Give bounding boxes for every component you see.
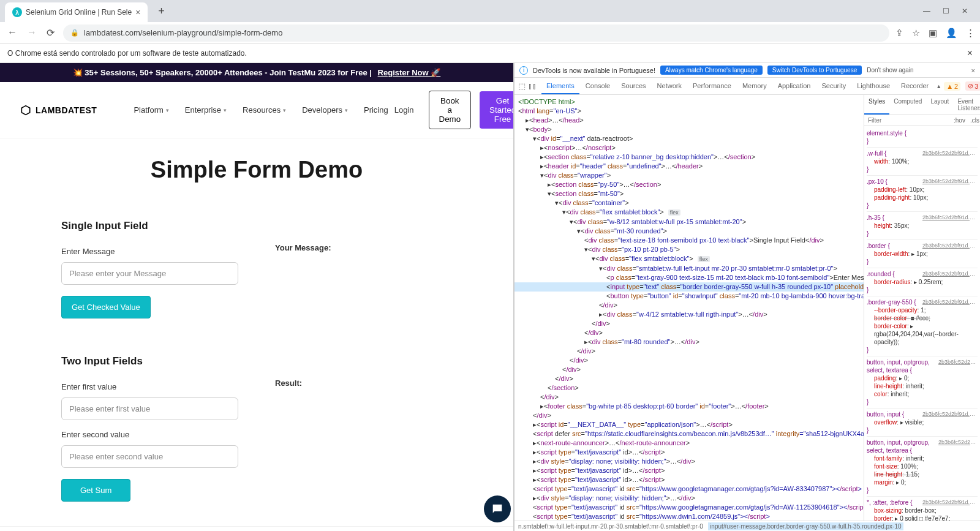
css-rule[interactable]: .border {2b3b6fc52d2bf91d.css:1border-wi… (867, 240, 978, 268)
devtools-tab-console[interactable]: Console (581, 78, 615, 94)
dom-line[interactable]: ▸<script type="text/javascript" id>…</sc… (514, 475, 864, 484)
warnings-badge[interactable]: ▲2 (944, 82, 960, 91)
bookmark-icon[interactable]: ☆ (912, 28, 920, 39)
dom-line[interactable]: </div> (514, 356, 864, 365)
new-tab-button[interactable]: + (153, 2, 170, 20)
dom-line[interactable]: ▸<head>…</head> (514, 116, 864, 125)
browser-tab[interactable]: λ Selenium Grid Online | Run Sele × (5, 2, 148, 22)
dom-line[interactable]: ▾<div class="mt-30 rounded"> (514, 227, 864, 236)
devtools-tab-recorder[interactable]: Recorder (896, 78, 933, 94)
dom-line[interactable]: </div> (514, 393, 864, 402)
devtools-tab-elements[interactable]: Elements (541, 78, 579, 94)
dom-line[interactable]: <input type="text" class="border border-… (514, 282, 864, 292)
dom-line[interactable]: ▸<script id="__NEXT_DATA__" type="applic… (514, 420, 864, 429)
dom-line[interactable]: ▾<body> (514, 125, 864, 134)
devtools-tab-sources[interactable]: Sources (616, 78, 650, 94)
dom-line[interactable]: ▾<div class="flex smtablet:block"> flex (514, 254, 864, 264)
elements-panel[interactable]: <!DOCTYPE html><html lang="en-US">▸<head… (514, 95, 864, 521)
css-rule[interactable]: .border-gray-550 {2b3b6fc52d2bf91d.css:1… (867, 296, 978, 356)
dom-line[interactable]: ▾<div class="flex smtablet:block"> flex (514, 208, 864, 217)
chat-fab[interactable] (484, 495, 511, 522)
css-rule[interactable]: .w-full {2b3b6fc52d2bf91d.css:1width: 10… (867, 148, 978, 176)
styles-tab-layout[interactable]: Layout (926, 95, 953, 115)
nav-pricing[interactable]: Pricing (364, 105, 388, 115)
dom-line[interactable]: ▾<div class="container"> (514, 198, 864, 208)
dom-line[interactable]: ▸<next-route-announcer>…</next-route-ann… (514, 439, 864, 448)
dom-line[interactable]: <p class="text-gray-900 text-size-15 mt-… (514, 273, 864, 282)
css-rule[interactable]: element.style {} (867, 127, 978, 148)
dom-line[interactable]: <div class="text-size-18 font-semibold p… (514, 236, 864, 245)
menu-icon[interactable]: ⋮ (966, 28, 975, 39)
dom-line[interactable]: ▾<div class="wrapper"> (514, 171, 864, 180)
share-icon[interactable]: ⇪ (895, 28, 903, 39)
css-rule[interactable]: *, :after, :before {2b3b6fc52d2bf91d.css… (867, 497, 978, 521)
dom-line[interactable]: ▸<div class="mt-80 rounded">…</div> (514, 337, 864, 347)
close-window-icon[interactable]: ✕ (962, 7, 968, 15)
dom-line[interactable]: ▸<section class="relative z-10 banner_bg… (514, 153, 864, 162)
url-field[interactable]: 🔒 lambdatest.com/selenium-playground/sim… (63, 24, 889, 42)
dom-line[interactable]: <script type="text/javascript" id src="h… (514, 484, 864, 494)
nav-platform[interactable]: Platform ▾ (134, 105, 168, 115)
dom-line[interactable]: ▸<div class="w-4/12 smtablet:w-full rigt… (514, 310, 864, 319)
dom-line[interactable]: ▸<header id="header" class="undefined">…… (514, 162, 864, 171)
devtools-tab-security[interactable]: Security (816, 78, 851, 94)
dom-line[interactable]: ▾<section class="mt-50"> (514, 189, 864, 198)
devtools-infobar-close-icon[interactable]: × (971, 67, 975, 74)
dom-line[interactable]: </div> (514, 374, 864, 383)
styles-tab-computed[interactable]: Computed (889, 95, 926, 115)
dom-line[interactable]: ▾<div id="__next" data-reactroot> (514, 134, 864, 143)
dom-line[interactable]: </div> (514, 347, 864, 356)
message-input[interactable] (61, 262, 238, 285)
nav-developers[interactable]: Developers ▾ (302, 105, 348, 115)
devtools-tab-performance[interactable]: Performance (688, 78, 736, 94)
dom-line[interactable]: <script type="text/javascript" id src="h… (514, 503, 864, 512)
dom-line[interactable]: <html lang="en-US"> (514, 107, 864, 116)
dom-line[interactable]: <!DOCTYPE html> (514, 97, 864, 107)
css-rule[interactable]: .h-35 {2b3b6fc52d2bf91d.css:1height: 35p… (867, 212, 978, 240)
devtools-tab-memory[interactable]: Memory (737, 78, 772, 94)
promo-banner[interactable]: 💥 35+ Sessions, 50+ Speakers, 20000+ Att… (0, 63, 513, 82)
styles-body[interactable]: element.style {}.w-full {2b3b6fc52d2bf91… (864, 126, 980, 521)
device-toggle-icon[interactable]: ⫿⫿ (528, 81, 537, 91)
errors-badge[interactable]: ⊘3 (965, 81, 980, 91)
dom-line[interactable]: ▸<div style="display: none; visibility: … (514, 494, 864, 503)
dom-line[interactable]: ▾<div class="px-10 pt-20 pb-5"> (514, 245, 864, 254)
reload-icon[interactable]: ⟳ (47, 27, 55, 39)
book-demo-button[interactable]: Book a Demo (429, 91, 472, 129)
dom-line[interactable]: ▸<noscript>…</noscript> (514, 143, 864, 153)
dom-line[interactable]: ▸<section class="py-50">…</section> (514, 180, 864, 189)
dom-line[interactable]: </div> (514, 319, 864, 328)
get-sum-button[interactable]: Get Sum (61, 479, 130, 502)
banner-register-link[interactable]: Register Now 🚀 (378, 68, 441, 77)
css-rule[interactable]: button, input, optgroup, select, textare… (867, 356, 978, 409)
filter-opt[interactable]: .cls (968, 116, 980, 125)
css-rule[interactable]: .rounded {2b3b6fc52d2bf91d.css:1border-r… (867, 268, 978, 296)
back-icon[interactable]: ← (7, 27, 17, 39)
maximize-icon[interactable]: ☐ (943, 7, 949, 15)
login-link[interactable]: Login (388, 100, 420, 119)
dom-line[interactable]: ▸<div style="display: none; visibility: … (514, 457, 864, 466)
minimize-icon[interactable]: — (923, 7, 930, 15)
match-language-button[interactable]: Always match Chrome's language (660, 66, 763, 75)
forward-icon[interactable]: → (27, 27, 37, 39)
css-rule[interactable]: button, input {2b3b6fc52d2bf91d.css:1ove… (867, 409, 978, 437)
dom-line[interactable]: </div> (514, 301, 864, 310)
dom-line[interactable]: </div> (514, 328, 864, 337)
dom-line[interactable]: ▸<footer class="bg-white pt-85 desktop:p… (514, 402, 864, 411)
profile-icon[interactable]: 👤 (946, 28, 957, 39)
dom-line[interactable]: <button type="button" id="showInput" cla… (514, 292, 864, 301)
nav-resources[interactable]: Resources ▾ (243, 105, 286, 115)
dom-line[interactable]: ▸<script type="text/javascript" id>…</sc… (514, 466, 864, 475)
install-icon[interactable]: ▣ (929, 28, 937, 39)
elements-breadcrumb[interactable]: n.smtablet\:w-full.left-input.mr-20.pr-3… (514, 521, 980, 531)
inspect-icon[interactable]: ⬚ (518, 81, 526, 91)
infobar-close-icon[interactable]: × (967, 48, 973, 59)
styles-tab-styles[interactable]: Styles (864, 95, 889, 115)
devtools-tab-application[interactable]: Application (773, 78, 816, 94)
dom-line[interactable]: ▾<div class="w-8/12 smtablet:w-full px-1… (514, 217, 864, 227)
dom-line[interactable]: </div> (514, 411, 864, 420)
tab-close-icon[interactable]: × (135, 7, 140, 17)
get-checked-value-button[interactable]: Get Checked Value (61, 296, 151, 318)
devtools-tab-lighthouse[interactable]: Lighthouse (852, 78, 895, 94)
get-started-button[interactable]: Get Started Free (480, 91, 513, 129)
